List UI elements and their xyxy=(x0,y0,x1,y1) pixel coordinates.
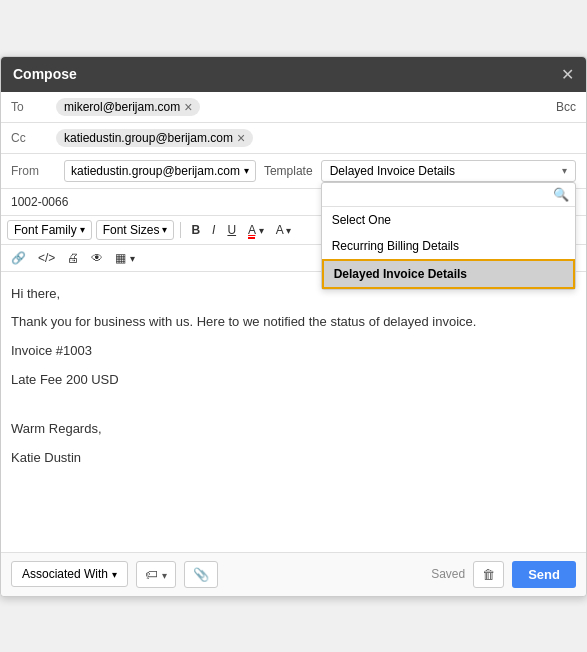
template-label: Template xyxy=(264,164,313,178)
dropdown-search-input[interactable] xyxy=(328,187,553,201)
tag-icon: 🏷 xyxy=(145,567,158,582)
link-icon: 🔗 xyxy=(11,251,26,265)
template-select-wrapper: Delayed Invoice Details ▾ 🔍 Select One R… xyxy=(321,160,576,182)
to-email-text: mikerol@berijam.com xyxy=(64,100,180,114)
compose-window: Compose ✕ To mikerol@berijam.com × Bcc C… xyxy=(0,56,587,597)
associated-with-chevron-icon: ▾ xyxy=(112,569,117,580)
template-selected-text: Delayed Invoice Details xyxy=(330,164,455,178)
cc-field-value: katiedustin.group@berijam.com × xyxy=(56,129,576,147)
to-label: To xyxy=(11,100,56,114)
associated-with-label: Associated With xyxy=(22,567,108,581)
cc-email-text: katiedustin.group@berijam.com xyxy=(64,131,233,145)
template-select-button[interactable]: Delayed Invoice Details ▾ xyxy=(321,160,576,182)
table-button[interactable]: ▦ ▾ xyxy=(111,249,138,267)
template-dropdown-menu: 🔍 Select One Recurring Billing Details D… xyxy=(321,182,576,290)
to-field-row: To mikerol@berijam.com × Bcc xyxy=(1,92,586,123)
send-button[interactable]: Send xyxy=(512,561,576,588)
font-color-button[interactable]: A ▾ xyxy=(244,221,268,239)
body-line6: Katie Dustin xyxy=(11,448,576,469)
italic-button[interactable]: I xyxy=(208,221,219,239)
trash-icon: 🗑 xyxy=(482,567,495,582)
from-chevron-icon: ▾ xyxy=(244,165,249,176)
tag-button[interactable]: 🏷 ▾ xyxy=(136,561,176,588)
font-family-chevron-icon: ▾ xyxy=(80,224,85,235)
code-button[interactable]: </> xyxy=(34,249,59,267)
from-email-display: katiedustin.group@berijam.com xyxy=(71,164,240,178)
email-body[interactable]: Hi there, Thank you for business with us… xyxy=(1,272,586,552)
underline-button[interactable]: U xyxy=(223,221,240,239)
code-icon: </> xyxy=(38,251,55,265)
body-line2: Thank you for business with us. Here to … xyxy=(11,312,576,333)
body-line4: Late Fee 200 USD xyxy=(11,370,576,391)
cc-email-remove[interactable]: × xyxy=(237,131,245,145)
to-email-chip: mikerol@berijam.com × xyxy=(56,98,200,116)
to-email-remove[interactable]: × xyxy=(184,100,192,114)
dropdown-item-delayed[interactable]: Delayed Invoice Details xyxy=(322,259,575,289)
bold-button[interactable]: B xyxy=(187,221,204,239)
more-chevron-icon: ▾ xyxy=(286,225,291,236)
invoice-number: 1002-0066 xyxy=(11,195,68,209)
dropdown-search-row: 🔍 xyxy=(322,183,575,207)
compose-title: Compose xyxy=(13,66,77,82)
compose-header: Compose ✕ xyxy=(1,57,586,92)
paperclip-icon: 📎 xyxy=(193,567,209,582)
preview-button[interactable]: 👁 xyxy=(87,249,107,267)
font-family-button[interactable]: Font Family ▾ xyxy=(7,220,92,240)
more-button[interactable]: A ▾ xyxy=(272,221,296,239)
table-icon: ▦ xyxy=(115,251,126,265)
from-label: From xyxy=(11,164,56,178)
font-sizes-button[interactable]: Font Sizes ▾ xyxy=(96,220,175,240)
eye-icon: 👁 xyxy=(91,251,103,265)
font-family-label: Font Family xyxy=(14,223,77,237)
close-button[interactable]: ✕ xyxy=(561,65,574,84)
link-button[interactable]: 🔗 xyxy=(7,249,30,267)
footer-bar: Associated With ▾ 🏷 ▾ 📎 Saved 🗑 Send xyxy=(1,552,586,596)
table-chevron-icon: ▾ xyxy=(130,253,135,264)
toolbar-separator-1 xyxy=(180,222,181,238)
search-icon: 🔍 xyxy=(553,187,569,202)
print-icon: 🖨 xyxy=(67,251,79,265)
from-select[interactable]: katiedustin.group@berijam.com ▾ xyxy=(64,160,256,182)
dropdown-item-select-one[interactable]: Select One xyxy=(322,207,575,233)
font-sizes-label: Font Sizes xyxy=(103,223,160,237)
to-field-value: mikerol@berijam.com × xyxy=(56,98,556,116)
font-sizes-chevron-icon: ▾ xyxy=(162,224,167,235)
delete-button[interactable]: 🗑 xyxy=(473,561,504,588)
saved-status: Saved xyxy=(431,567,465,581)
cc-field-row: Cc katiedustin.group@berijam.com × xyxy=(1,123,586,154)
font-color-chevron-icon: ▾ xyxy=(259,225,264,236)
cc-email-chip: katiedustin.group@berijam.com × xyxy=(56,129,253,147)
cc-label: Cc xyxy=(11,131,56,145)
body-line5: Warm Regards, xyxy=(11,419,576,440)
body-line3: Invoice #1003 xyxy=(11,341,576,362)
print-button[interactable]: 🖨 xyxy=(63,249,83,267)
from-template-row: From katiedustin.group@berijam.com ▾ Tem… xyxy=(1,154,586,189)
tag-chevron-icon: ▾ xyxy=(162,570,167,581)
attach-button[interactable]: 📎 xyxy=(184,561,218,588)
dropdown-item-recurring[interactable]: Recurring Billing Details xyxy=(322,233,575,259)
template-chevron-icon: ▾ xyxy=(562,165,567,176)
bcc-link[interactable]: Bcc xyxy=(556,100,576,114)
associated-with-button[interactable]: Associated With ▾ xyxy=(11,561,128,587)
